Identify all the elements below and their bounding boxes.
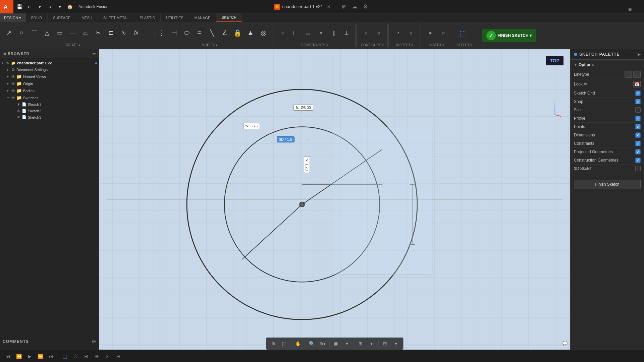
playback-prev-btn[interactable]: ⏪ xyxy=(13,351,24,362)
points-checkbox[interactable]: ✓ xyxy=(635,124,641,129)
inspect1[interactable]: ↗ xyxy=(392,30,404,36)
timeline-btn3[interactable]: ⊞ xyxy=(81,351,92,362)
fx-tool[interactable]: fx xyxy=(130,28,142,38)
collinear[interactable]: ⊢ xyxy=(289,28,302,38)
notification-icon[interactable]: 💬 xyxy=(559,337,570,350)
angle-tool[interactable]: ∠ xyxy=(219,27,231,39)
triangle2-tool[interactable]: ▲ xyxy=(245,27,257,39)
spline-tool[interactable]: ∿ xyxy=(117,28,129,39)
new-tab-button[interactable]: ⊕ xyxy=(339,2,348,11)
home-button[interactable]: 🏠 xyxy=(65,2,74,11)
coincident[interactable]: ≡ xyxy=(277,29,289,38)
scissors-tool[interactable]: ✂ xyxy=(92,28,104,39)
linetype-dashed-btn[interactable]: ▷ xyxy=(633,71,641,78)
trim-tool[interactable]: ⊣ xyxy=(168,27,180,39)
slice-checkbox[interactable] xyxy=(635,107,641,113)
inspect2[interactable]: ⊞ xyxy=(405,30,417,36)
canvas-viewport[interactable]: fx: 3.75 fx: Ø6.00 $D / 1.5 fx: 1.20 ⋮ T… xyxy=(99,49,570,350)
tangent[interactable]: ⌓ xyxy=(302,29,314,38)
timeline-btn2[interactable]: ⬡ xyxy=(70,351,81,362)
palette-section-header[interactable]: ▼ Options xyxy=(574,62,641,67)
browser-item-bodies[interactable]: ▶ 👁 📁 Bodies xyxy=(0,87,99,94)
bigcircle-tool[interactable]: ◎ xyxy=(257,27,269,39)
profile-checkbox[interactable]: ✓ xyxy=(635,116,641,121)
view-pan-btn[interactable]: ✋ xyxy=(293,339,303,348)
browser-item-sketch1[interactable]: 👁 📄 Sketch1 xyxy=(0,101,99,108)
browser-menu-icon[interactable]: ☰ xyxy=(92,51,96,56)
undo-dropdown[interactable]: ▾ xyxy=(35,2,44,11)
redo-dropdown[interactable]: ▾ xyxy=(55,2,64,11)
timeline-btn6[interactable]: ⊟ xyxy=(113,351,124,362)
undo-button[interactable]: ↩ xyxy=(25,2,34,11)
online-button[interactable]: ☁ xyxy=(350,2,359,11)
finish-sketch-bottom-button[interactable]: Finish Sketch xyxy=(574,180,641,189)
lock-tool[interactable]: 🔒 xyxy=(231,27,244,39)
line3-tool[interactable]: ╲ xyxy=(206,27,218,39)
parallel[interactable]: ∥ xyxy=(328,28,340,38)
view-snapping-dropdown[interactable]: ▾ xyxy=(391,339,400,348)
view-copy-btn[interactable]: ⬚ xyxy=(279,339,289,348)
tab-manage[interactable]: MANAGE xyxy=(189,13,216,22)
look-at-btn[interactable]: 📅 xyxy=(633,81,641,87)
dimensions-checkbox[interactable]: ✓ xyxy=(635,132,641,138)
timeline-btn4[interactable]: ⊕ xyxy=(92,351,102,362)
design-dropdown[interactable]: DESIGN ▾ xyxy=(0,13,25,22)
line2-tool[interactable]: — xyxy=(66,28,78,38)
playback-play-btn[interactable]: ▶ xyxy=(24,351,35,362)
palette-collapse-btn[interactable]: ▶ xyxy=(638,52,641,57)
perp[interactable]: ⊥ xyxy=(340,28,353,38)
view-display-btn[interactable]: ▣ xyxy=(331,339,341,348)
tab-sheet-metal[interactable]: SHEET METAL xyxy=(98,13,134,22)
dim-context-menu[interactable]: ⋮ xyxy=(306,136,312,142)
tab-sketch[interactable]: SKETCH xyxy=(216,13,242,22)
circle-tool[interactable]: ○ xyxy=(15,28,28,38)
timeline-btn1[interactable]: ⬚ xyxy=(59,351,70,362)
browser-item-named-views[interactable]: ▶ 👁 📁 Named Views xyxy=(0,73,99,80)
line-tool[interactable]: ↗ xyxy=(3,28,15,39)
tab-utilities[interactable]: UTILITIES xyxy=(161,13,189,22)
timeline-btn5[interactable]: ⊡ xyxy=(102,351,113,362)
browser-item-sketches[interactable]: ▼ 👁 📁 Sketches xyxy=(0,94,99,101)
view-grid-btn[interactable]: ⊞ xyxy=(356,339,365,348)
save-button[interactable]: 💾 xyxy=(15,2,24,11)
rect-tool[interactable]: ▭ xyxy=(54,28,66,39)
browser-back-icon[interactable]: ◀ xyxy=(3,51,6,56)
tab-close-button[interactable]: ✕ xyxy=(327,4,330,9)
construction-geom-checkbox[interactable]: ✓ xyxy=(635,158,641,163)
offset-tool[interactable]: ⊏ xyxy=(105,28,117,39)
view-zoom-control[interactable]: ⊕▾ xyxy=(318,339,327,348)
arc-tool[interactable]: ⌒ xyxy=(28,27,40,39)
view-snapping-btn[interactable]: ⊟ xyxy=(380,339,390,348)
redo-button[interactable]: ↪ xyxy=(45,2,54,11)
browser-item-sketch2[interactable]: 👁 📄 Sketch2 xyxy=(0,108,99,114)
tab-surface[interactable]: SURFACE xyxy=(48,13,76,22)
playback-end-btn[interactable]: ⏭ xyxy=(46,351,56,362)
settings-button[interactable]: ⚙ xyxy=(361,2,370,11)
equal-tool[interactable]: = xyxy=(193,27,205,39)
insert2[interactable]: ⊡ xyxy=(437,30,449,36)
view-display-dropdown[interactable]: ▾ xyxy=(342,339,352,348)
playback-start-btn[interactable]: ⏮ xyxy=(3,351,13,362)
view-zoom-out-btn[interactable]: 🔍 xyxy=(307,339,316,348)
tab-plastic[interactable]: PLASTIC xyxy=(134,13,161,22)
tab-solid[interactable]: SOLID xyxy=(25,13,48,22)
finish-sketch-button[interactable]: ✓ FINISH SKETCH ▾ xyxy=(482,29,536,42)
sketch-grid-checkbox[interactable]: ✓ xyxy=(635,90,641,96)
browser-item-root[interactable]: ▼ 👁 📁 chandelier part 1 v2 ● xyxy=(0,60,99,66)
fillet-tool[interactable]: ⌓ xyxy=(79,28,91,38)
browser-item-origin[interactable]: ▶ 👁 📁 Origin xyxy=(0,80,99,87)
browser-item-sketch3[interactable]: 👁 📄 Sketch3 xyxy=(0,114,99,120)
browser-item-doc-settings[interactable]: ▶ ⚙ Document Settings xyxy=(0,66,99,73)
dim-label-3[interactable]: $D / 1.5 xyxy=(277,136,294,142)
view-grid-dropdown[interactable]: ▾ xyxy=(367,339,376,348)
constraints-checkbox[interactable]: ✓ xyxy=(635,141,641,146)
triangle-tool[interactable]: △ xyxy=(41,28,53,39)
insert1[interactable]: ⊕ xyxy=(424,30,436,36)
ellipse-tool[interactable]: ⬭ xyxy=(180,27,193,39)
configure1[interactable]: ⊞ xyxy=(360,30,372,36)
select-tool[interactable]: ⬚ xyxy=(457,28,469,39)
linetype-solid-btn[interactable]: — xyxy=(625,71,632,78)
equal2[interactable]: = xyxy=(315,29,327,38)
configure2[interactable]: ⊟ xyxy=(373,30,385,36)
projected-geom-checkbox[interactable]: ✓ xyxy=(635,149,641,155)
